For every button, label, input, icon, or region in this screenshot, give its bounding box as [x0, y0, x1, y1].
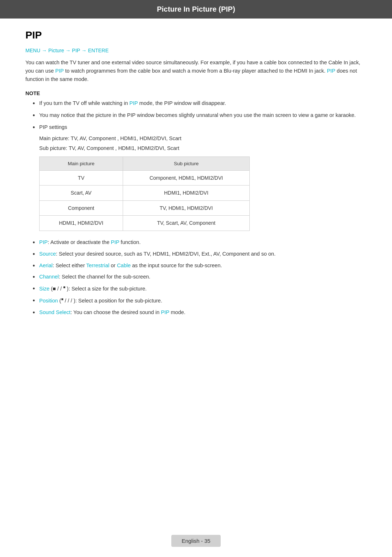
menu-path: MENU → Picture → PIP → ENTERE [25, 48, 367, 53]
table-cell-main-3: HDMI1, HDMI2/DVI [40, 216, 123, 231]
feature-bullet-source: Source: Select your desired source, such… [33, 250, 367, 259]
feature-bullet-size: Size (■ / / ■ ): Select a size for the s… [33, 284, 367, 293]
section-title: PIP [25, 29, 367, 41]
table-row: Scart, AV HDMI1, HDMI2/DVI [40, 186, 250, 200]
table-header-main: Main picture [40, 156, 123, 171]
pip-settings-main: Main picture: TV, AV, Component , HDMI1,… [39, 134, 367, 143]
note-label: NOTE [25, 90, 367, 96]
footer-area: English - 35 [0, 535, 392, 547]
feature-bullet-pip: PIP: Activate or deactivate the PIP func… [33, 238, 367, 247]
table-cell-main-0: TV [40, 171, 123, 186]
note-bullet-pip-settings: PIP settings Main picture: TV, AV, Compo… [33, 123, 367, 231]
table-row: TV Component, HDMI1, HDMI2/DVI [40, 171, 250, 186]
note-bullet-2: You may notice that the picture in the P… [33, 111, 367, 119]
menu-path-text: MENU → Picture → PIP → ENTERE [25, 48, 109, 53]
header-title: Picture In Picture (PIP) [157, 5, 235, 13]
table-cell-sub-0: Component, HDMI1, HDMI2/DVI [123, 171, 250, 186]
table-cell-main-2: Component [40, 200, 123, 215]
table-row: Component TV, HDMI1, HDMI2/DVI [40, 200, 250, 215]
note-bullet-1: If you turn the TV off while watching in… [33, 99, 367, 107]
pip-settings-sub: Sub picture: TV, AV, Component , HDMI1, … [39, 144, 367, 153]
page-container: Picture In Picture (PIP) PIP MENU → Pict… [0, 0, 392, 557]
table-cell-sub-1: HDMI1, HDMI2/DVI [123, 186, 250, 200]
table-header-row: Main picture Sub picture [40, 156, 250, 171]
content-area: PIP MENU → Picture → PIP → ENTERE You ca… [0, 29, 392, 317]
feature-bullets-list: PIP: Activate or deactivate the PIP func… [25, 238, 367, 317]
feature-bullet-channel: Channel: Select the channel for the sub-… [33, 273, 367, 281]
body-text: You can watch the TV tuner and one exter… [25, 58, 367, 84]
pip-table: Main picture Sub picture TV Component, H… [39, 156, 250, 231]
pip-link-2: PIP [327, 68, 335, 74]
table-cell-sub-2: TV, HDMI1, HDMI2/DVI [123, 200, 250, 215]
feature-bullet-position: Position (■ / / / ): Select a position f… [33, 296, 367, 305]
pip-link-1: PIP [55, 68, 64, 74]
footer-badge: English - 35 [171, 535, 220, 547]
header-bar: Picture In Picture (PIP) [0, 0, 392, 19]
table-cell-main-1: Scart, AV [40, 186, 123, 200]
feature-bullet-aerial: Aerial: Select either Terrestrial or Cab… [33, 261, 367, 270]
pip-table-container: Main picture Sub picture TV Component, H… [39, 156, 367, 231]
table-row: HDMI1, HDMI2/DVI TV, Scart, AV, Componen… [40, 216, 250, 231]
note-bullets-list: If you turn the TV off while watching in… [25, 99, 367, 231]
feature-bullet-sound-select: Sound Select: You can choose the desired… [33, 308, 367, 317]
table-cell-sub-3: TV, Scart, AV, Component [123, 216, 250, 231]
body-text-2: to watch programmes from the cable box a… [65, 68, 325, 74]
table-header-sub: Sub picture [123, 156, 250, 171]
